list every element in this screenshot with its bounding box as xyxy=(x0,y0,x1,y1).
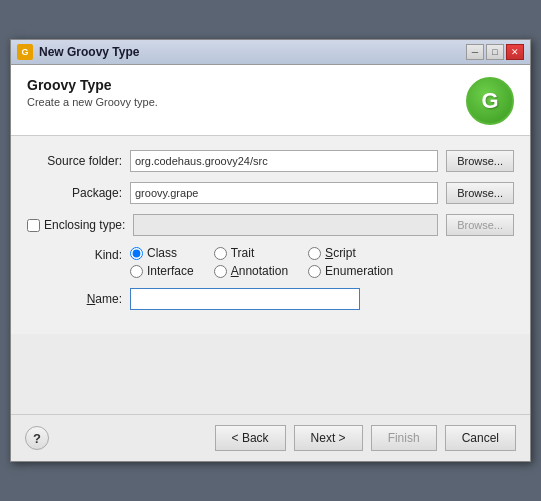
enclosing-type-row: Enclosing type: Browse... xyxy=(27,214,514,236)
header-text: Groovy Type Create a new Groovy type. xyxy=(27,77,158,108)
header-section: Groovy Type Create a new Groovy type. G xyxy=(11,65,530,136)
help-button[interactable]: ? xyxy=(25,426,49,450)
kind-row: Kind: Class Trait Script Interface xyxy=(27,246,514,278)
kind-trait-option[interactable]: Trait xyxy=(214,246,288,260)
source-folder-input[interactable] xyxy=(130,150,438,172)
main-window: G New Groovy Type ─ □ ✕ Groovy Type Crea… xyxy=(10,39,531,462)
kind-class-radio[interactable] xyxy=(130,247,143,260)
title-bar: G New Groovy Type ─ □ ✕ xyxy=(11,40,530,65)
finish-button[interactable]: Finish xyxy=(371,425,437,451)
source-folder-label: Source folder: xyxy=(27,154,122,168)
footer: ? < Back Next > Finish Cancel xyxy=(11,414,530,461)
back-button[interactable]: < Back xyxy=(215,425,286,451)
kind-annotation-radio[interactable] xyxy=(214,265,227,278)
dialog-subtitle: Create a new Groovy type. xyxy=(27,96,158,108)
kind-interface-radio[interactable] xyxy=(130,265,143,278)
enclosing-type-input[interactable] xyxy=(133,214,438,236)
kind-trait-radio[interactable] xyxy=(214,247,227,260)
minimize-button[interactable]: ─ xyxy=(466,44,484,60)
package-label: Package: xyxy=(27,186,122,200)
kind-options: Class Trait Script Interface Annotation xyxy=(130,246,393,278)
groovy-logo: G xyxy=(466,77,514,125)
enclosing-label-text: Enclosing type: xyxy=(44,218,125,232)
enclosing-checkbox-label: Enclosing type: xyxy=(27,218,125,232)
kind-annotation-option[interactable]: Annotation xyxy=(214,264,288,278)
name-label: Name: xyxy=(27,292,122,306)
kind-enumeration-radio[interactable] xyxy=(308,265,321,278)
enclosing-type-checkbox[interactable] xyxy=(27,219,40,232)
close-button[interactable]: ✕ xyxy=(506,44,524,60)
title-bar-buttons: ─ □ ✕ xyxy=(466,44,524,60)
name-row: Name: xyxy=(27,288,514,310)
package-row: Package: Browse... xyxy=(27,182,514,204)
kind-class-option[interactable]: Class xyxy=(130,246,194,260)
package-input[interactable] xyxy=(130,182,438,204)
maximize-button[interactable]: □ xyxy=(486,44,504,60)
dialog-title: Groovy Type xyxy=(27,77,158,93)
name-input[interactable] xyxy=(130,288,360,310)
kind-script-option[interactable]: Script xyxy=(308,246,393,260)
enclosing-browse-button[interactable]: Browse... xyxy=(446,214,514,236)
window-title: New Groovy Type xyxy=(39,45,460,59)
next-button[interactable]: Next > xyxy=(294,425,363,451)
kind-label: Kind: xyxy=(27,246,122,262)
source-folder-browse-button[interactable]: Browse... xyxy=(446,150,514,172)
kind-interface-option[interactable]: Interface xyxy=(130,264,194,278)
cancel-button[interactable]: Cancel xyxy=(445,425,516,451)
source-folder-row: Source folder: Browse... xyxy=(27,150,514,172)
kind-enumeration-option[interactable]: Enumeration xyxy=(308,264,393,278)
window-icon: G xyxy=(17,44,33,60)
kind-script-radio[interactable] xyxy=(308,247,321,260)
package-browse-button[interactable]: Browse... xyxy=(446,182,514,204)
form-section: Source folder: Browse... Package: Browse… xyxy=(11,136,530,334)
content-area xyxy=(11,334,530,414)
